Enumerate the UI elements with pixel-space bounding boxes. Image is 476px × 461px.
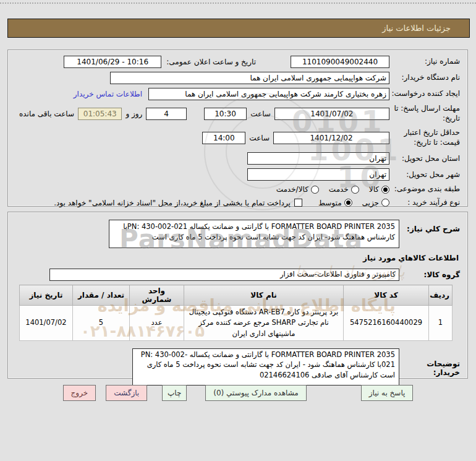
need-description-row: شرح کلي نياز: FORMATTER BOARD PRINTER 20… [15,220,460,248]
view-attachments-button[interactable]: مشاهده مدارک پیوستي (0) [205,385,307,401]
purchase-process-label: نوع فرآیند خرید : [389,198,460,208]
cell-row-number: 1 [429,306,453,341]
goods-table: ردیف کد کالا نام کالا واحد شمارش تعداد /… [19,285,453,341]
reply-deadline-label: مهلت ارسال پاسخ: تا تاریخ: [389,104,460,123]
goods-table-header-row: ردیف کد کالا نام کالا واحد شمارش تعداد /… [20,285,453,306]
table-row: 1 5475216160440029 برد پرینتر دو کاره AR… [20,306,453,341]
footer-button-bar: پاسخ به نیاز مشاهده مدارک پیوستي (0) چاپ… [0,385,476,401]
reply-to-need-button[interactable]: پاسخ به نیاز [361,385,414,401]
radio-medium-label: متوسط [318,199,342,207]
classification-row: طبقه بندی موضوعی: کالا خدمت کالا/خدمت [15,184,460,194]
reply-deadline-row: مهلت ارسال پاسخ: تا تاریخ: 1401/07/02 سا… [15,104,460,123]
delivery-province-row: استان محل تحویل: تهران [15,152,460,165]
radio-minor-label: جزیی [362,199,379,207]
price-validity-date-field[interactable]: 1401/12/02 [273,132,389,144]
need-description-label: شرح کلي نياز: [399,220,460,233]
delivery-city-label: شهر محل تحویل: [389,170,460,180]
need-number-row: شماره نیاز: 1101090049002440 تاریخ و ساع… [15,56,460,68]
exit-button[interactable]: خروج [63,385,96,401]
cell-item-name: برد پرینتر دو کاره AR-EB7 دستگاه فتوکپی … [184,306,344,341]
radio-goods[interactable] [381,186,389,194]
buyer-org-label: نام دستگاه خریدار: [389,73,460,83]
page-title: جزئیات اطلاعات نیاز [382,24,451,33]
back-button[interactable]: بازگشت [106,385,147,401]
price-validity-row: حداقل تاریخ اعتبار قیمت: تا تاریخ: 1401/… [15,128,460,147]
request-creator-row: ایجاد کننده درخواست: زهره بختیاری کارمند… [15,88,460,100]
radio-goods-service[interactable] [311,186,319,194]
radio-minor[interactable] [381,199,389,207]
reply-deadline-date-field[interactable]: 1401/07/02 [274,108,389,120]
buyer-contact-link[interactable]: اطلاعات تماس خریدار [74,90,142,98]
announce-datetime-label: تاریخ و ساعت اعلان عمومی: [166,58,256,66]
top-dotted-divider [0,2,476,4]
treasury-docs-checkbox[interactable] [294,199,302,207]
cell-quantity: 5 [73,306,130,341]
radio-service[interactable] [351,186,359,194]
goods-group-label: گروه کالا: [399,270,460,279]
radio-goods-service-label: کالا/خدمت [276,185,308,194]
need-description-field[interactable]: FORMATTER BOARD PRINTER 2035 با گارانتی … [109,220,399,248]
goods-info-panel: شرح کلي نياز: FORMATTER BOARD PRINTER 20… [7,212,468,379]
radio-medium[interactable] [344,199,352,207]
need-number-field[interactable]: 1101090049002440 [291,56,389,68]
delivery-province-label: استان محل تحویل: [389,154,460,164]
print-button[interactable]: چاپ [162,385,187,401]
request-creator-field[interactable]: زهره بختیاری کارمند شرکت هواپیمایی جمهور… [148,88,389,100]
goods-group-field[interactable]: کامپیوتر و فناوری اطلاعات-سخت افزار [49,269,399,281]
days-suffix-label: روز و [125,110,142,118]
buyer-org-field[interactable]: شرکت هواپیمایی جمهوری اسلامی ایران هما [110,72,389,84]
days-remaining-field[interactable]: 4 [146,108,186,120]
radio-goods-label: کالا [369,185,379,194]
need-number-label: شماره نیاز: [389,57,460,67]
cell-unit: عدد [130,306,184,341]
col-quantity: تعداد / مقدار [73,285,130,306]
buyer-notes-row: توضیحات خریدار: FORMATTER BOARD PRINTER … [15,348,460,386]
goods-group-row: گروه کالا: کامپیوتر و فناوری اطلاعات-سخت… [15,269,460,281]
col-unit: واحد شمارش [130,285,184,306]
required-goods-heading: اطلاعات کالاهاي مورد نياز [17,254,459,262]
cell-item-code: 5475216160440029 [344,306,429,341]
cell-need-date: 1401/07/02 [20,306,73,341]
col-item-name: نام کالا [184,285,344,306]
need-info-panel: شماره نیاز: 1101090049002440 تاریخ و ساع… [7,50,468,207]
buyer-notes-field[interactable]: FORMATTER BOARD PRINTER 2035 با گارانتی … [132,348,399,386]
page-title-bar: جزئیات اطلاعات نیاز [7,19,470,38]
reply-deadline-time-field[interactable]: 10:30 [204,108,247,120]
buyer-org-row: نام دستگاه خریدار: شرکت هواپیمایی جمهوری… [15,72,460,84]
col-need-date: تاریخ نیاز [20,285,73,306]
countdown-suffix-label: ساعت باقی مانده [19,110,74,118]
price-validity-label: حداقل تاریخ اعتبار قیمت: تا تاریخ: [389,128,460,147]
purchase-process-row: نوع فرآیند خرید : جزیی متوسط پرداخت تمام… [15,198,460,208]
delivery-province-field[interactable]: تهران [247,152,389,165]
reply-deadline-hour-label: ساعت [250,110,271,118]
price-validity-hour-label: ساعت [249,134,270,142]
buyer-notes-label: توضیحات خریدار: [399,348,460,377]
radio-service-label: خدمت [329,185,349,194]
col-item-code: کد کالا [344,285,429,306]
price-validity-time-field[interactable]: 14:00 [202,132,245,144]
countdown-timer: 01:05:43 [78,108,122,120]
classification-label: طبقه بندی موضوعی: [389,184,460,194]
request-creator-label: ایجاد کننده درخواست: [389,89,460,99]
delivery-city-row: شهر محل تحویل: تهران [15,168,460,181]
delivery-city-field[interactable]: تهران [247,168,389,181]
treasury-docs-checkbox-label: پرداخت تمام یا بخشی از مبلغ خرید،از محل … [54,199,291,207]
announce-datetime-field[interactable]: 1401/06/29 - 10:16 [64,56,161,68]
col-row-number: ردیف [429,285,453,306]
